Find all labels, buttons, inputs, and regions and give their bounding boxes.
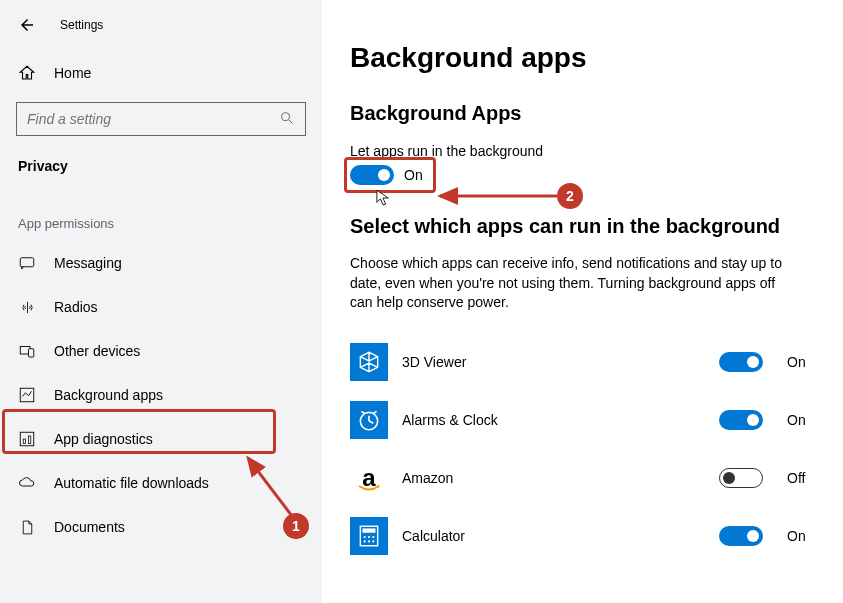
- sidebar-item-messaging[interactable]: Messaging: [0, 241, 322, 285]
- svg-point-0: [282, 112, 290, 120]
- svg-line-14: [373, 411, 376, 413]
- app-name: Amazon: [402, 470, 705, 486]
- svg-rect-8: [23, 439, 25, 444]
- background-apps-toggle[interactable]: [350, 165, 394, 185]
- svg-line-13: [361, 411, 364, 413]
- section-title-privacy: Privacy: [0, 140, 322, 182]
- devices-icon: [18, 342, 36, 360]
- app-toggle-state: On: [787, 412, 813, 428]
- svg-point-22: [372, 540, 374, 542]
- sidebar-item-app-diagnostics[interactable]: App diagnostics: [0, 417, 322, 461]
- sidebar-item-radios[interactable]: Radios: [0, 285, 322, 329]
- toggle-state: On: [404, 167, 423, 183]
- sidebar-item-background-apps[interactable]: Background apps: [0, 373, 322, 417]
- app-row-amazon: a Amazon Off: [350, 449, 813, 507]
- svg-rect-7: [20, 432, 34, 446]
- app-toggle-3d-viewer[interactable]: [719, 352, 763, 372]
- sidebar-item-home[interactable]: Home: [0, 52, 322, 94]
- app-name: Calculator: [402, 528, 705, 544]
- toggle-label: Let apps run in the background: [350, 143, 813, 159]
- svg-point-20: [364, 540, 366, 542]
- svg-line-1: [289, 120, 292, 123]
- page-title: Background apps: [350, 42, 813, 74]
- app-name: Alarms & Clock: [402, 412, 705, 428]
- home-icon: [18, 64, 36, 82]
- sub-heading: Background Apps: [350, 102, 813, 125]
- background-apps-icon: [18, 386, 36, 404]
- app-toggle-amazon[interactable]: [719, 468, 763, 488]
- cloud-download-icon: [18, 474, 36, 492]
- app-row-calculator: Calculator On: [350, 507, 813, 565]
- app-row-3d-viewer: 3D Viewer On: [350, 333, 813, 391]
- search-input[interactable]: [16, 102, 306, 136]
- window-title: Settings: [60, 18, 103, 32]
- sidebar-item-automatic-downloads[interactable]: Automatic file downloads: [0, 461, 322, 505]
- svg-rect-5: [29, 349, 34, 357]
- back-icon[interactable]: [18, 16, 36, 34]
- app-icon-amazon: a: [350, 459, 388, 497]
- search-field[interactable]: [27, 111, 279, 127]
- documents-icon: [18, 518, 36, 536]
- svg-point-19: [372, 536, 374, 538]
- sidebar-item-label: Radios: [54, 299, 98, 315]
- svg-rect-16: [363, 528, 376, 532]
- radios-icon: [18, 298, 36, 316]
- main-content: Background apps Background Apps Let apps…: [322, 0, 843, 603]
- app-toggle-state: On: [787, 528, 813, 544]
- app-row-alarms: Alarms & Clock On: [350, 391, 813, 449]
- sidebar-item-documents[interactable]: Documents: [0, 505, 322, 549]
- messaging-icon: [18, 254, 36, 272]
- subsection-title: App permissions: [0, 182, 322, 241]
- app-toggle-state: On: [787, 354, 813, 370]
- app-toggle-alarms[interactable]: [719, 410, 763, 430]
- app-toggle-state: Off: [787, 470, 813, 486]
- app-toggle-calculator[interactable]: [719, 526, 763, 546]
- svg-rect-2: [20, 258, 34, 267]
- svg-rect-6: [20, 388, 34, 402]
- sidebar-item-label: Other devices: [54, 343, 140, 359]
- home-label: Home: [54, 65, 91, 81]
- sidebar-item-label: Documents: [54, 519, 125, 535]
- section-heading: Select which apps can run in the backgro…: [350, 215, 813, 238]
- svg-rect-9: [29, 436, 31, 444]
- diagnostics-icon: [18, 430, 36, 448]
- sidebar-item-label: App diagnostics: [54, 431, 153, 447]
- svg-point-17: [364, 536, 366, 538]
- svg-point-21: [368, 540, 370, 542]
- app-icon-calculator: [350, 517, 388, 555]
- sidebar-item-label: Automatic file downloads: [54, 475, 209, 491]
- sidebar-item-label: Background apps: [54, 387, 163, 403]
- sidebar-item-other-devices[interactable]: Other devices: [0, 329, 322, 373]
- svg-point-18: [368, 536, 370, 538]
- description-text: Choose which apps can receive info, send…: [350, 254, 800, 313]
- search-icon: [279, 110, 295, 129]
- app-icon-3d-viewer: [350, 343, 388, 381]
- svg-line-12: [369, 421, 373, 423]
- sidebar: Settings Home Privacy App permissions Me…: [0, 0, 322, 603]
- sidebar-item-label: Messaging: [54, 255, 122, 271]
- app-name: 3D Viewer: [402, 354, 705, 370]
- app-icon-alarms: [350, 401, 388, 439]
- cursor-icon: [376, 189, 390, 207]
